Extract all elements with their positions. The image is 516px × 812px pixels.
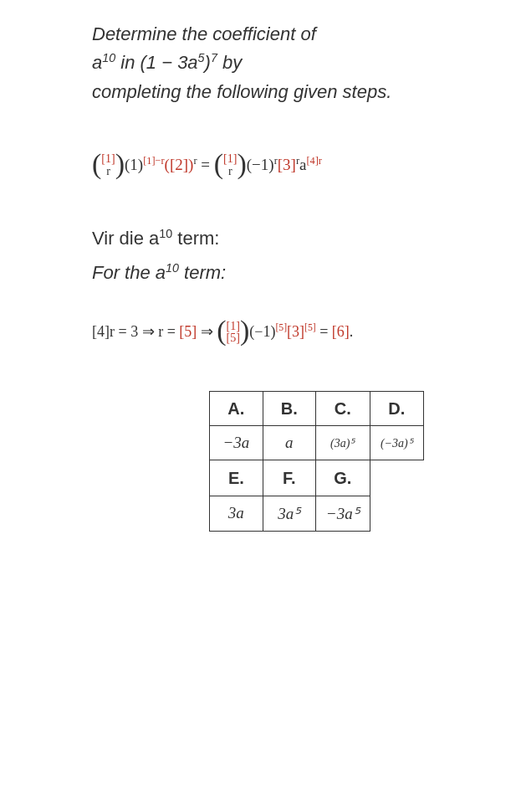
q-line1: Determine the coefficient of <box>92 23 316 44</box>
opt-b-hdr: B. <box>263 392 315 426</box>
en-line: For the a10 term: <box>92 261 424 284</box>
opt-g-val: −3a⁵ <box>315 496 370 531</box>
opt-d-hdr: D. <box>370 392 423 426</box>
opt-d-val: (−3a)⁵ <box>370 426 423 460</box>
opt-g-hdr: G. <box>315 460 370 496</box>
opt-a-val: −3a <box>210 426 263 460</box>
binom2-top: [1] <box>223 153 237 166</box>
binom1-bot: r <box>106 166 110 178</box>
opt-f-hdr: F. <box>263 460 315 496</box>
binom1-top: [1] <box>101 153 115 166</box>
f-t1: (1) <box>125 156 143 173</box>
step-bbot: [5] <box>227 332 240 345</box>
opt-e-hdr: E. <box>210 460 263 496</box>
f-e1a: [1]−r <box>143 155 164 167</box>
f-e5: [4]r <box>306 155 322 167</box>
q-exp5: 5 <box>198 51 205 64</box>
formula-line: ([1]r)(1)[1]−r([2])r = ([1]r)(−1)r[3]ra[… <box>92 148 424 185</box>
q-by: by <box>217 52 242 73</box>
opt-c-val: (3a)⁵ <box>315 426 370 460</box>
opt-c-hdr: C. <box>315 392 370 426</box>
opt-a-hdr: A. <box>210 392 263 426</box>
opt-b-val: a <box>263 426 315 460</box>
q-exp7: 7 <box>211 51 217 64</box>
q-a: a <box>92 52 102 73</box>
step-btop: [1] <box>227 321 240 333</box>
f-eq: = <box>197 156 214 173</box>
q-exp10: 10 <box>102 51 115 64</box>
step-r6: [6] <box>332 324 350 341</box>
question-text: Determine the coefficient of a10 in (1 −… <box>92 20 424 106</box>
step-e3: [5] <box>304 323 316 334</box>
options-table: A. B. C. D. −3a a (3a)⁵ (−3a)⁵ E. F. G. … <box>209 391 424 532</box>
q-line3: completing the following given steps. <box>92 81 391 102</box>
af-line: Vir die a10 term: <box>92 227 424 249</box>
q-in: in (1 − 3a <box>115 52 197 73</box>
f-t4: [3] <box>278 156 296 173</box>
f-t3: (−1) <box>247 156 274 173</box>
opt-f-val: 3a⁵ <box>263 496 315 531</box>
step-line: [4]r = 3 ⇒ r = [5] ⇒ ([1][5])(−1)[5][3][… <box>92 317 424 349</box>
step-p3: [3] <box>287 324 304 341</box>
f-t2: ([2]) <box>165 156 194 173</box>
step-e2: [5] <box>275 323 287 334</box>
opt-e-val: 3a <box>210 496 263 531</box>
binom2-bot: r <box>228 166 232 178</box>
q-close: ) <box>205 52 211 73</box>
step-r5: [5] <box>179 324 197 341</box>
